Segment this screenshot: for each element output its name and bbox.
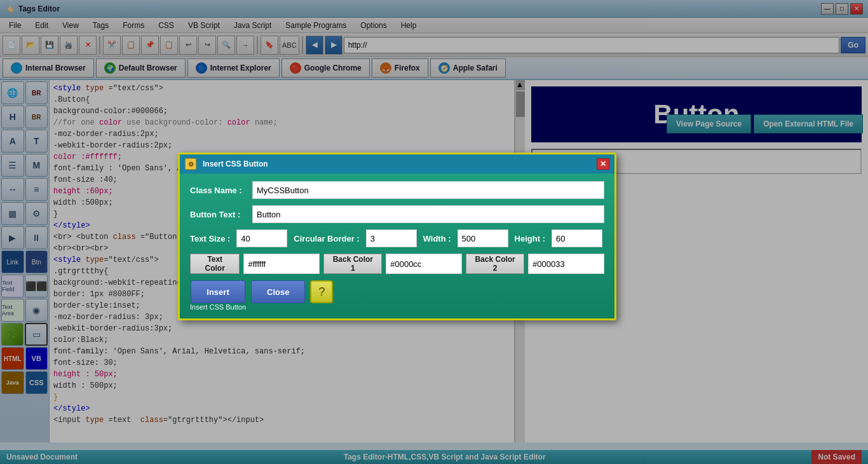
circular-border-input[interactable]	[366, 229, 417, 247]
button-text-input[interactable]	[252, 205, 604, 223]
color-row: Text Color Back Color 1 Back Color 2	[190, 254, 604, 274]
close-dialog-button[interactable]: Close	[251, 280, 305, 303]
back-color-1-input[interactable]	[386, 254, 462, 274]
css-dialog: ⚙ Insert CSS Button ✕ Class Name : Butto…	[178, 153, 616, 320]
insert-button[interactable]: Insert	[191, 280, 245, 303]
dialog-title-text: Insert CSS Button	[203, 160, 268, 168]
size-row: Text Size : Circular Border : Width : He…	[190, 229, 604, 247]
dialog-body: Class Name : Button Text : Text Size : C…	[180, 174, 614, 318]
dialog-title-bar: ⚙ Insert CSS Button ✕	[180, 154, 614, 174]
back-color-2-input[interactable]	[528, 254, 604, 274]
circular-border-label: Circular Border :	[294, 234, 359, 243]
text-size-input[interactable]	[236, 229, 287, 247]
back-color-1-button[interactable]: Back Color 1	[323, 254, 382, 274]
insert-label: Insert CSS Button	[190, 303, 246, 311]
height-label: Height :	[515, 234, 545, 243]
button-text-label: Button Text :	[190, 210, 247, 219]
modal-overlay: ⚙ Insert CSS Button ✕ Class Name : Butto…	[0, 0, 868, 442]
class-name-row: Class Name :	[190, 181, 604, 199]
class-name-input[interactable]	[252, 181, 604, 199]
height-input[interactable]	[552, 229, 602, 247]
text-color-button[interactable]: Text Color	[190, 254, 240, 274]
text-size-label: Text Size :	[190, 234, 230, 243]
dialog-actions: Insert Insert CSS Button Close ?	[190, 280, 604, 311]
text-color-input[interactable]	[243, 254, 320, 274]
button-text-row: Button Text :	[190, 205, 604, 223]
width-input[interactable]	[458, 229, 508, 247]
width-label: Width :	[423, 234, 451, 243]
help-button[interactable]: ?	[310, 280, 333, 303]
dialog-close-button[interactable]: ✕	[597, 158, 609, 170]
back-color-2-button[interactable]: Back Color 2	[466, 254, 524, 274]
class-name-label: Class Name :	[190, 186, 247, 195]
dialog-title-icon: ⚙	[185, 158, 196, 170]
